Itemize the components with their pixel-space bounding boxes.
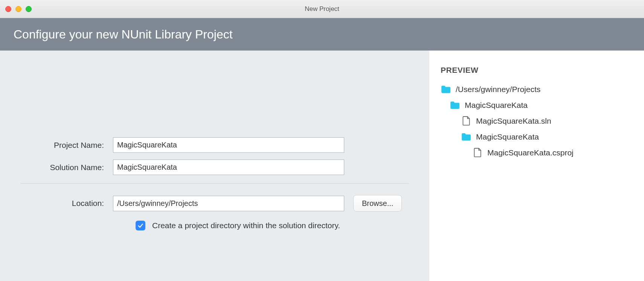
file-icon [472,147,483,158]
preview-heading: PREVIEW [441,66,633,75]
folder-icon [461,132,472,142]
tree-item: MagicSquareKata.csproj [441,145,633,161]
create-directory-label: Create a project directory within the so… [152,221,340,230]
maximize-window-button[interactable] [26,6,32,12]
title-bar: New Project [0,0,644,18]
solution-name-input[interactable] [113,160,344,175]
divider [20,183,409,184]
window-controls [5,6,32,12]
folder-icon [450,100,460,111]
preview-tree: /Users/gwinney/ProjectsMagicSquareKataMa… [441,81,633,161]
page-title: Configure your new NUnit Library Project [14,28,233,41]
tree-item-label: /Users/gwinney/Projects [456,85,540,94]
project-name-row: Project Name: [20,137,409,153]
tree-item-label: MagicSquareKata [476,132,539,141]
main-area: Project Name: Solution Name: Location: B… [0,51,644,281]
browse-button[interactable]: Browse... [353,195,402,212]
project-name-label: Project Name: [20,141,113,150]
form-pane: Project Name: Solution Name: Location: B… [0,51,429,281]
file-icon [461,116,472,126]
location-input[interactable] [113,196,344,211]
folder-icon [441,84,451,95]
close-window-button[interactable] [5,6,11,12]
window-title: New Project [0,5,644,13]
solution-name-row: Solution Name: [20,160,409,175]
tree-item: MagicSquareKata [441,97,633,113]
create-directory-checkbox[interactable] [136,221,145,230]
tree-item: MagicSquareKata [441,129,633,145]
create-directory-row: Create a project directory within the so… [20,221,409,230]
tree-item-label: MagicSquareKata.csproj [487,148,574,157]
location-label: Location: [20,199,113,208]
page-header: Configure your new NUnit Library Project [0,18,644,51]
tree-item-label: MagicSquareKata [465,101,528,110]
preview-pane: PREVIEW /Users/gwinney/ProjectsMagicSqua… [429,51,644,281]
tree-item: /Users/gwinney/Projects [441,81,633,97]
minimize-window-button[interactable] [15,6,21,12]
project-name-input[interactable] [113,137,344,153]
location-row: Location: Browse... [20,195,409,212]
checkmark-icon [137,222,144,229]
tree-item-label: MagicSquareKata.sln [476,117,551,126]
solution-name-label: Solution Name: [20,163,113,172]
tree-item: MagicSquareKata.sln [441,113,633,129]
